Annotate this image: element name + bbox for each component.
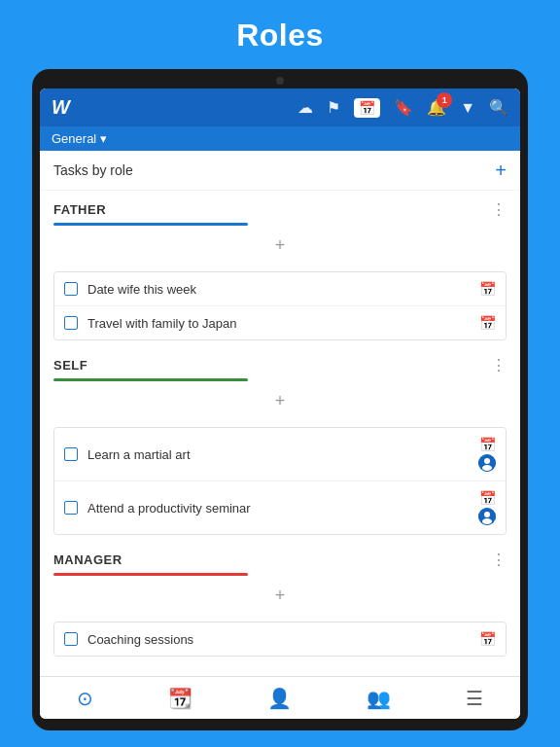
task-checkbox[interactable] xyxy=(64,501,78,515)
home-icon: ⊙ xyxy=(77,687,93,710)
table-row: Coaching sessions 📅 xyxy=(54,622,506,656)
father-section: FATHER ⋮ + xyxy=(40,191,520,266)
content-area: Tasks by role + FATHER ⋮ + Date wife thi… xyxy=(40,151,520,676)
calendar-task-icon[interactable]: 📅 xyxy=(479,631,496,647)
svg-point-4 xyxy=(484,512,490,517)
father-underline xyxy=(53,223,248,226)
calendar-nav-icon: 📆 xyxy=(168,687,192,710)
nav-group[interactable]: 👥 xyxy=(367,687,391,710)
tasks-header: Tasks by role + xyxy=(40,151,520,191)
filter-icon[interactable]: ▼ xyxy=(460,99,475,117)
table-row: Learn a martial art 📅 xyxy=(54,428,506,481)
manager-add-button[interactable]: + xyxy=(53,582,507,610)
general-label[interactable]: General ▾ xyxy=(52,131,107,146)
svg-point-5 xyxy=(482,518,492,524)
manager-header: MANAGER ⋮ xyxy=(53,551,507,569)
svg-point-2 xyxy=(482,465,492,471)
self-menu-icon[interactable]: ⋮ xyxy=(491,356,507,374)
avatar xyxy=(478,454,496,472)
self-underline xyxy=(53,378,248,381)
sub-header: General ▾ xyxy=(40,126,520,151)
calendar-task-icon[interactable]: 📅 xyxy=(479,315,496,331)
calendar-task-icon[interactable]: 📅 xyxy=(479,437,496,452)
nav-home[interactable]: ⊙ xyxy=(77,687,93,710)
person-icon: 👤 xyxy=(267,687,292,710)
nav-menu[interactable]: ☰ xyxy=(466,687,483,710)
dropdown-icon: ▾ xyxy=(100,131,107,146)
task-text: Attend a productivity seminar xyxy=(88,501,478,516)
father-title: FATHER xyxy=(53,202,106,217)
father-add-button[interactable]: + xyxy=(53,231,507,260)
nav-person[interactable]: 👤 xyxy=(267,687,292,710)
tablet-shell: W ☁ ⚑ 📅 🔖 🔔 1 ▼ 🔍 xyxy=(32,69,528,730)
task-actions: 📅 xyxy=(479,631,496,647)
tablet-camera xyxy=(276,77,284,85)
app-header: W ☁ ⚑ 📅 🔖 🔔 1 ▼ 🔍 xyxy=(40,89,520,126)
task-text: Coaching sessions xyxy=(88,632,479,647)
task-text: Travel with family to Japan xyxy=(88,316,479,331)
father-header: FATHER ⋮ xyxy=(53,200,507,219)
svg-point-1 xyxy=(484,458,490,464)
manager-menu-icon[interactable]: ⋮ xyxy=(491,551,507,569)
task-actions: 📅 xyxy=(479,281,496,297)
task-actions: 📅 xyxy=(479,315,496,331)
self-section: SELF ⋮ + xyxy=(40,346,520,421)
bookmark-icon[interactable]: 🔖 xyxy=(394,98,413,117)
task-checkbox[interactable] xyxy=(64,447,78,461)
menu-icon: ☰ xyxy=(466,687,483,710)
manager-title: MANAGER xyxy=(53,552,122,567)
task-checkbox[interactable] xyxy=(64,316,78,330)
calendar-task-icon[interactable]: 📅 xyxy=(479,490,496,506)
self-add-button[interactable]: + xyxy=(53,387,507,415)
page-title: Roles xyxy=(0,18,560,53)
manager-underline xyxy=(53,573,248,576)
manager-task-list: Coaching sessions 📅 xyxy=(53,622,507,657)
search-icon[interactable]: 🔍 xyxy=(489,98,508,117)
calendar-task-icon[interactable]: 📅 xyxy=(479,281,496,297)
avatar xyxy=(478,508,496,525)
father-task-list: Date wife this week 📅 Travel with family… xyxy=(53,271,507,340)
task-checkbox[interactable] xyxy=(64,282,78,296)
app-logo: W xyxy=(52,96,70,119)
task-text: Learn a martial art xyxy=(88,447,478,462)
table-row: Travel with family to Japan 📅 xyxy=(54,306,506,339)
table-row: Attend a productivity seminar 📅 xyxy=(54,481,506,534)
notification-wrapper[interactable]: 🔔 1 xyxy=(427,98,446,117)
manager-section: MANAGER ⋮ + xyxy=(40,541,520,616)
self-title: SELF xyxy=(53,358,88,373)
calendar-icon[interactable]: 📅 xyxy=(354,98,380,118)
general-text: General xyxy=(52,131,96,146)
father-menu-icon[interactable]: ⋮ xyxy=(491,200,507,219)
task-text: Date wife this week xyxy=(88,282,479,297)
add-role-button[interactable]: + xyxy=(495,160,507,180)
flag-icon[interactable]: ⚑ xyxy=(327,98,340,117)
bottom-nav: ⊙ 📆 👤 👥 ☰ xyxy=(40,676,520,719)
header-icons: ☁ ⚑ 📅 🔖 🔔 1 ▼ 🔍 xyxy=(298,98,508,118)
table-row: Date wife this week 📅 xyxy=(54,272,506,306)
tablet-screen: W ☁ ⚑ 📅 🔖 🔔 1 ▼ 🔍 xyxy=(40,89,520,719)
self-task-list: Learn a martial art 📅 xyxy=(53,427,507,535)
task-actions: 📅 xyxy=(478,437,496,472)
notification-badge: 1 xyxy=(437,92,452,108)
task-checkbox[interactable] xyxy=(64,632,78,646)
nav-calendar[interactable]: 📆 xyxy=(168,687,192,710)
self-header: SELF ⋮ xyxy=(53,356,507,374)
tasks-by-role-title: Tasks by role xyxy=(53,162,133,178)
cloud-icon[interactable]: ☁ xyxy=(298,98,313,117)
task-actions: 📅 xyxy=(478,490,496,525)
group-icon: 👥 xyxy=(367,687,391,710)
